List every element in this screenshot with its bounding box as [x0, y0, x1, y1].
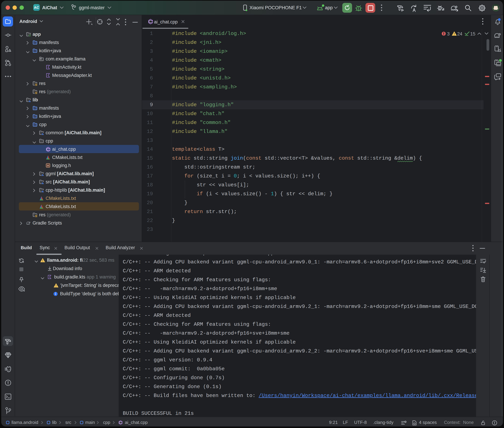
svg-text:H: H	[47, 164, 49, 167]
